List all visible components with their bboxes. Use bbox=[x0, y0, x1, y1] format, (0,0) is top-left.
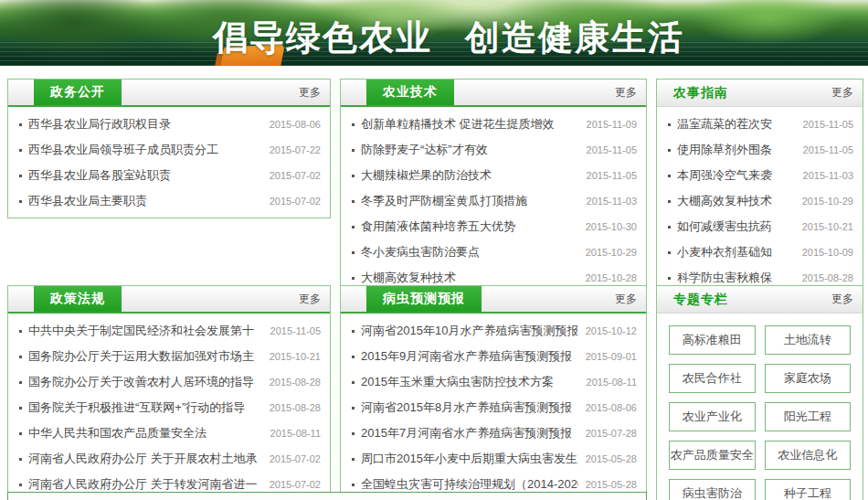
bullet-icon bbox=[352, 123, 355, 126]
section-gov-affairs: 政务公开 更多 西华县农业局行政职权目录2015-08-06 西华县农业局领导班… bbox=[7, 79, 331, 218]
article-link[interactable]: 2015年9月河南省水产养殖病害预测预报 bbox=[361, 348, 578, 365]
bullet-icon bbox=[352, 277, 355, 280]
article-link[interactable]: 使用除草剂外围条 bbox=[677, 142, 796, 158]
topic-button-product-quality[interactable]: 农产品质量安全 bbox=[669, 441, 756, 470]
article-link[interactable]: 河南省人民政府办公厅 关于转发河南省进一 bbox=[28, 476, 262, 493]
more-link-policies[interactable]: 更多 bbox=[299, 286, 321, 312]
article-date: 2015-10-29 bbox=[586, 247, 637, 258]
content-grid: 政务公开 更多 西华县农业局行政职权目录2015-08-06 西华县农业局领导班… bbox=[7, 79, 863, 500]
bullet-icon bbox=[352, 458, 355, 461]
article-date: 2015-07-22 bbox=[270, 144, 321, 155]
article-link[interactable]: 2015年玉米重大病虫害防控技术方案 bbox=[361, 374, 579, 390]
bullet-icon bbox=[668, 277, 671, 280]
bullet-icon bbox=[352, 484, 355, 486]
bullet-icon bbox=[19, 484, 22, 486]
banner-slogan: 倡导绿色农业 创造健康生活 bbox=[213, 15, 684, 61]
section-header: 政策法规 更多 bbox=[8, 286, 330, 314]
article-link[interactable]: 中华人民共和国农产品质量安全法 bbox=[28, 425, 263, 441]
topic-button-industrialization[interactable]: 农业产业化 bbox=[669, 402, 756, 431]
article-link[interactable]: 大棚高效复种技术 bbox=[361, 270, 578, 286]
article-date: 2015-10-09 bbox=[802, 247, 853, 258]
topic-button-sunshine-project[interactable]: 阳光工程 bbox=[765, 402, 852, 431]
list-item: 国务院办公厅关于运用大数据加强对市场主2015-10-21 bbox=[16, 344, 321, 369]
article-link[interactable]: 周口市2015年小麦中后期重大病虫害发生趋 bbox=[361, 451, 578, 467]
topic-button-pest-control[interactable]: 病虫害防治 bbox=[669, 479, 756, 500]
article-link[interactable]: 本周强冷空气来袭 bbox=[677, 167, 796, 184]
topic-button-agri-informatization[interactable]: 农业信息化 bbox=[765, 441, 852, 470]
article-date: 2015-11-03 bbox=[587, 196, 637, 207]
bullet-icon bbox=[668, 123, 671, 126]
article-date: 2015-10-30 bbox=[586, 221, 637, 232]
article-link[interactable]: 西华县农业局各股室站职责 bbox=[28, 167, 262, 184]
topic-button-cooperatives[interactable]: 农民合作社 bbox=[669, 364, 756, 393]
tab-agri-tech[interactable]: 农业技术 bbox=[366, 80, 454, 105]
article-date: 2015-08-06 bbox=[586, 402, 637, 413]
farming-guide-list: 温室蔬菜的茬次安2015-11-05 使用除草剂外围条2015-11-05 本周… bbox=[657, 107, 863, 294]
tab-pest-forecast[interactable]: 病虫预测预报 bbox=[366, 286, 482, 312]
article-link[interactable]: 中共中央关于制定国民经济和社会发展第十 bbox=[28, 323, 263, 339]
more-link-gov-affairs[interactable]: 更多 bbox=[299, 80, 321, 105]
banner-slogan-left: 倡导绿色农业 bbox=[213, 15, 432, 61]
article-date: 2015-10-29 bbox=[802, 196, 853, 207]
tab-policies[interactable]: 政策法规 bbox=[34, 286, 122, 312]
article-date: 2015-10-28 bbox=[586, 272, 637, 283]
bullet-icon bbox=[352, 149, 355, 152]
section-agri-tech: 农业技术 更多 创新单粒精播技术 促进花生提质增效2015-11-09 防除野麦… bbox=[340, 79, 647, 295]
tab-gov-affairs[interactable]: 政务公开 bbox=[34, 80, 122, 105]
article-link[interactable]: 国务院办公厅关于改善农村人居环境的指导 bbox=[28, 374, 262, 390]
more-link-pest-forecast[interactable]: 更多 bbox=[615, 286, 637, 312]
pest-forecast-list: 河南省2015年10月水产养殖病害预测预报2015-10-12 2015年9月河… bbox=[341, 314, 646, 500]
article-link[interactable]: 创新单粒精播技术 促进花生提质增效 bbox=[361, 116, 579, 133]
article-link[interactable]: 河南省2015年10月水产养殖病害预测预报 bbox=[361, 323, 578, 339]
article-date: 2015-07-02 bbox=[270, 196, 321, 207]
section-header: 政务公开 更多 bbox=[8, 80, 330, 107]
bullet-icon bbox=[668, 149, 671, 152]
article-link[interactable]: 2015年7月河南省水产养殖病害预测预报 bbox=[361, 425, 578, 441]
more-link-special-topics[interactable]: 更多 bbox=[831, 286, 853, 313]
topic-button-family-farms[interactable]: 家庭农场 bbox=[765, 364, 852, 393]
list-item: 创新单粒精播技术 促进花生提质增效2015-11-09 bbox=[348, 112, 637, 137]
article-link[interactable]: 冬季及时严防棚室黄瓜打顶措施 bbox=[361, 193, 579, 209]
article-link[interactable]: 大棚辣椒烂果的防治技术 bbox=[361, 167, 579, 184]
topic-button-seed-project[interactable]: 种子工程 bbox=[765, 479, 852, 500]
section-farming-guide: 农事指南 更多 温室蔬菜的茬次安2015-11-05 使用除草剂外围条2015-… bbox=[656, 79, 863, 295]
list-item: 河南省2015年10月水产养殖病害预测预报2015-10-12 bbox=[348, 318, 637, 344]
article-link[interactable]: 国务院关于积极推进“互联网+”行动的指导 bbox=[28, 399, 262, 416]
bullet-icon bbox=[352, 175, 355, 177]
article-link[interactable]: 国务院办公厅关于运用大数据加强对市场主 bbox=[28, 348, 262, 365]
article-link[interactable]: 西华县农业局行政职权目录 bbox=[28, 116, 262, 133]
list-item: 2015年9月河南省水产养殖病害预测预报2015-09-01 bbox=[348, 344, 637, 369]
article-link[interactable]: 全国蝗虫灾害可持续治理规划（2014-2020年 bbox=[361, 476, 578, 493]
list-item: 周口市2015年小麦中后期重大病虫害发生趋2015-05-28 bbox=[348, 446, 637, 472]
topic-button-land-transfer[interactable]: 土地流转 bbox=[765, 325, 852, 355]
article-link[interactable]: 温室蔬菜的茬次安 bbox=[677, 116, 796, 133]
section-header: 专题专栏 更多 bbox=[657, 286, 863, 314]
bullet-icon bbox=[352, 226, 355, 229]
article-link[interactable]: 河南省人民政府办公厅 关于开展农村土地承 bbox=[28, 451, 262, 467]
more-link-farming-guide[interactable]: 更多 bbox=[831, 80, 853, 106]
article-link[interactable]: 西华县农业局主要职责 bbox=[28, 193, 262, 209]
article-link[interactable]: 河南省2015年8月水产养殖病害预测预报 bbox=[361, 399, 578, 416]
article-link[interactable]: 大棚高效复种技术 bbox=[677, 193, 795, 209]
list-item: 大棚高效复种技术2015-10-29 bbox=[664, 188, 853, 214]
bullet-icon bbox=[19, 330, 22, 333]
article-link[interactable]: 科学防虫害秋粮保 bbox=[677, 270, 795, 286]
list-item: 河南省2015年8月水产养殖病害预测预报2015-08-06 bbox=[348, 395, 637, 420]
bullet-icon bbox=[19, 407, 22, 410]
article-date: 2015-10-21 bbox=[270, 351, 321, 362]
list-item: 中共中央关于制定国民经济和社会发展第十2015-11-05 bbox=[16, 318, 321, 344]
topic-button-grain-fields[interactable]: 高标准粮田 bbox=[669, 325, 756, 355]
more-link-agri-tech[interactable]: 更多 bbox=[615, 80, 637, 105]
list-item: 冬季及时严防棚室黄瓜打顶措施2015-11-03 bbox=[348, 188, 637, 214]
article-link[interactable]: 小麦种衣剂基础知 bbox=[677, 244, 795, 261]
article-link[interactable]: 冬小麦病虫害防治要点 bbox=[361, 244, 578, 261]
list-item: 西华县农业局主要职责2015-07-02 bbox=[16, 188, 321, 214]
article-link[interactable]: 防除野麦子“达标”才有效 bbox=[361, 142, 579, 158]
article-date: 2015-10-12 bbox=[586, 325, 637, 336]
list-item: 国务院办公厅关于改善农村人居环境的指导2015-08-28 bbox=[16, 369, 321, 395]
list-item: 河南省人民政府办公厅 关于开展农村土地承2015-07-02 bbox=[16, 446, 321, 472]
article-link[interactable]: 食用菌液体菌种培养五大优势 bbox=[361, 218, 578, 235]
article-date: 2015-05-28 bbox=[586, 453, 637, 464]
article-link[interactable]: 西华县农业局领导班子成员职责分工 bbox=[28, 142, 262, 158]
article-link[interactable]: 如何减缓害虫抗药 bbox=[677, 218, 795, 235]
